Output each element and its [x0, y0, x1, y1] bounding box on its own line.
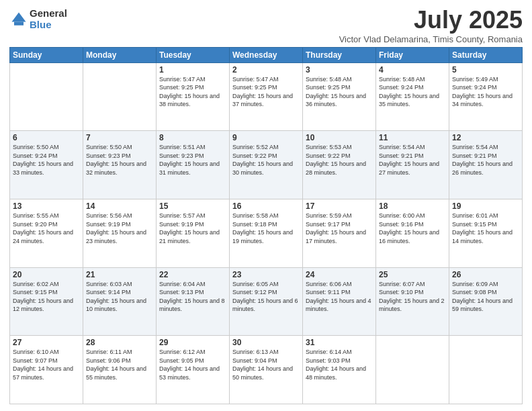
day-number: 30 [232, 338, 300, 347]
day-number: 7 [86, 133, 153, 142]
calendar-week-row: 1Sunrise: 5:47 AMSunset: 9:25 PMDaylight… [10, 62, 523, 131]
day-number: 3 [306, 65, 373, 75]
calendar-cell: 13Sunrise: 5:55 AMSunset: 9:20 PMDayligh… [10, 199, 83, 267]
day-info: Sunrise: 6:07 AMSunset: 9:10 PMDaylight:… [379, 280, 446, 314]
day-info: Sunrise: 6:03 AMSunset: 9:14 PMDaylight:… [86, 280, 153, 314]
calendar-header-thursday: Thursday [303, 47, 376, 62]
day-info: Sunrise: 5:47 AMSunset: 9:25 PMDaylight:… [232, 75, 300, 109]
calendar-cell: 22Sunrise: 6:04 AMSunset: 9:13 PMDayligh… [157, 267, 230, 336]
day-number: 25 [379, 270, 446, 279]
logo-blue: Blue [30, 19, 67, 31]
day-number: 14 [86, 201, 153, 211]
day-number: 31 [306, 338, 373, 347]
day-number: 11 [379, 133, 446, 142]
day-number: 13 [13, 201, 80, 211]
calendar-cell: 29Sunrise: 6:12 AMSunset: 9:05 PMDayligh… [157, 336, 230, 404]
day-number: 5 [452, 65, 519, 75]
day-info: Sunrise: 5:50 AMSunset: 9:24 PMDaylight:… [13, 143, 80, 177]
page: General Blue July 2025 Victor Vlad Delam… [0, 0, 532, 411]
calendar-header-wednesday: Wednesday [230, 47, 303, 62]
header: General Blue July 2025 Victor Vlad Delam… [9, 7, 523, 44]
day-info: Sunrise: 5:48 AMSunset: 9:24 PMDaylight:… [379, 75, 446, 109]
calendar-week-row: 13Sunrise: 5:55 AMSunset: 9:20 PMDayligh… [10, 199, 523, 267]
calendar-cell: 16Sunrise: 5:58 AMSunset: 9:18 PMDayligh… [230, 199, 303, 267]
calendar-cell: 6Sunrise: 5:50 AMSunset: 9:24 PMDaylight… [10, 131, 83, 199]
day-number: 4 [379, 65, 446, 75]
day-number: 26 [452, 270, 519, 279]
day-info: Sunrise: 6:10 AMSunset: 9:07 PMDaylight:… [13, 348, 80, 381]
calendar-cell: 12Sunrise: 5:54 AMSunset: 9:21 PMDayligh… [449, 131, 523, 199]
calendar-cell: 5Sunrise: 5:49 AMSunset: 9:24 PMDaylight… [449, 62, 523, 131]
calendar-cell: 9Sunrise: 5:52 AMSunset: 9:22 PMDaylight… [230, 131, 303, 199]
day-info: Sunrise: 6:05 AMSunset: 9:12 PMDaylight:… [232, 280, 300, 314]
day-info: Sunrise: 6:06 AMSunset: 9:11 PMDaylight:… [306, 280, 373, 314]
calendar-week-row: 6Sunrise: 5:50 AMSunset: 9:24 PMDaylight… [10, 131, 523, 199]
day-number: 21 [86, 270, 153, 279]
calendar-cell: 7Sunrise: 5:50 AMSunset: 9:23 PMDaylight… [83, 131, 157, 199]
calendar-cell: 10Sunrise: 5:53 AMSunset: 9:22 PMDayligh… [303, 131, 376, 199]
day-number: 19 [452, 201, 519, 211]
calendar-cell: 19Sunrise: 6:01 AMSunset: 9:15 PMDayligh… [449, 199, 523, 267]
calendar-week-row: 27Sunrise: 6:10 AMSunset: 9:07 PMDayligh… [10, 336, 523, 404]
calendar-cell: 25Sunrise: 6:07 AMSunset: 9:10 PMDayligh… [376, 267, 449, 336]
calendar-cell: 20Sunrise: 6:02 AMSunset: 9:15 PMDayligh… [10, 267, 83, 336]
day-info: Sunrise: 5:58 AMSunset: 9:18 PMDaylight:… [232, 212, 300, 245]
day-number: 16 [232, 201, 300, 211]
calendar-header-saturday: Saturday [449, 47, 523, 62]
calendar-header-tuesday: Tuesday [157, 47, 230, 62]
day-info: Sunrise: 6:14 AMSunset: 9:03 PMDaylight:… [306, 348, 373, 381]
calendar-cell: 8Sunrise: 5:51 AMSunset: 9:23 PMDaylight… [157, 131, 230, 199]
calendar-cell: 1Sunrise: 5:47 AMSunset: 9:25 PMDaylight… [157, 62, 230, 131]
calendar-cell: 30Sunrise: 6:13 AMSunset: 9:04 PMDayligh… [230, 336, 303, 404]
calendar-cell: 26Sunrise: 6:09 AMSunset: 9:08 PMDayligh… [449, 267, 523, 336]
calendar-cell: 18Sunrise: 6:00 AMSunset: 9:16 PMDayligh… [376, 199, 449, 267]
day-info: Sunrise: 6:12 AMSunset: 9:05 PMDaylight:… [159, 348, 226, 381]
day-number: 1 [159, 65, 226, 75]
calendar-cell: 3Sunrise: 5:48 AMSunset: 9:25 PMDaylight… [303, 62, 376, 131]
day-number: 8 [159, 133, 226, 142]
day-info: Sunrise: 5:53 AMSunset: 9:22 PMDaylight:… [306, 143, 373, 177]
logo: General Blue [9, 8, 67, 30]
calendar-cell: 27Sunrise: 6:10 AMSunset: 9:07 PMDayligh… [10, 336, 83, 404]
calendar-cell: 23Sunrise: 6:05 AMSunset: 9:12 PMDayligh… [230, 267, 303, 336]
day-info: Sunrise: 6:02 AMSunset: 9:15 PMDaylight:… [13, 280, 80, 314]
day-info: Sunrise: 5:52 AMSunset: 9:22 PMDaylight:… [232, 143, 300, 177]
day-number: 10 [306, 133, 373, 142]
day-info: Sunrise: 5:55 AMSunset: 9:20 PMDaylight:… [13, 212, 80, 245]
day-info: Sunrise: 5:51 AMSunset: 9:23 PMDaylight:… [159, 143, 226, 177]
calendar-header-row: SundayMondayTuesdayWednesdayThursdayFrid… [10, 47, 523, 62]
calendar-cell: 15Sunrise: 5:57 AMSunset: 9:19 PMDayligh… [157, 199, 230, 267]
calendar-header-sunday: Sunday [10, 47, 83, 62]
calendar-cell: 28Sunrise: 6:11 AMSunset: 9:06 PMDayligh… [83, 336, 157, 404]
day-number: 6 [13, 133, 80, 142]
day-info: Sunrise: 6:04 AMSunset: 9:13 PMDaylight:… [159, 280, 226, 314]
main-title: July 2025 [339, 7, 523, 34]
day-number: 2 [232, 65, 300, 75]
day-number: 20 [13, 270, 80, 279]
calendar-cell [10, 62, 83, 131]
calendar-header-monday: Monday [83, 47, 157, 62]
calendar-cell: 21Sunrise: 6:03 AMSunset: 9:14 PMDayligh… [83, 267, 157, 336]
calendar-cell: 11Sunrise: 5:54 AMSunset: 9:21 PMDayligh… [376, 131, 449, 199]
day-info: Sunrise: 6:00 AMSunset: 9:16 PMDaylight:… [379, 212, 446, 245]
day-number: 12 [452, 133, 519, 142]
calendar-cell [376, 336, 449, 404]
calendar-cell [83, 62, 157, 131]
calendar-cell: 4Sunrise: 5:48 AMSunset: 9:24 PMDaylight… [376, 62, 449, 131]
day-info: Sunrise: 5:47 AMSunset: 9:25 PMDaylight:… [159, 75, 226, 109]
svg-marker-0 [12, 12, 26, 21]
day-number: 24 [306, 270, 373, 279]
day-info: Sunrise: 6:01 AMSunset: 9:15 PMDaylight:… [452, 212, 519, 245]
day-info: Sunrise: 5:48 AMSunset: 9:25 PMDaylight:… [306, 75, 373, 109]
day-number: 22 [159, 270, 226, 279]
day-info: Sunrise: 5:59 AMSunset: 9:17 PMDaylight:… [306, 212, 373, 245]
day-info: Sunrise: 5:54 AMSunset: 9:21 PMDaylight:… [379, 143, 446, 177]
subtitle: Victor Vlad Delamarina, Timis County, Ro… [339, 34, 523, 44]
day-info: Sunrise: 5:54 AMSunset: 9:21 PMDaylight:… [452, 143, 519, 177]
day-info: Sunrise: 5:50 AMSunset: 9:23 PMDaylight:… [86, 143, 153, 177]
svg-rect-1 [14, 21, 24, 25]
day-info: Sunrise: 6:11 AMSunset: 9:06 PMDaylight:… [86, 348, 153, 381]
calendar-cell: 17Sunrise: 5:59 AMSunset: 9:17 PMDayligh… [303, 199, 376, 267]
calendar-table: SundayMondayTuesdayWednesdayThursdayFrid… [9, 47, 523, 404]
day-number: 9 [232, 133, 300, 142]
